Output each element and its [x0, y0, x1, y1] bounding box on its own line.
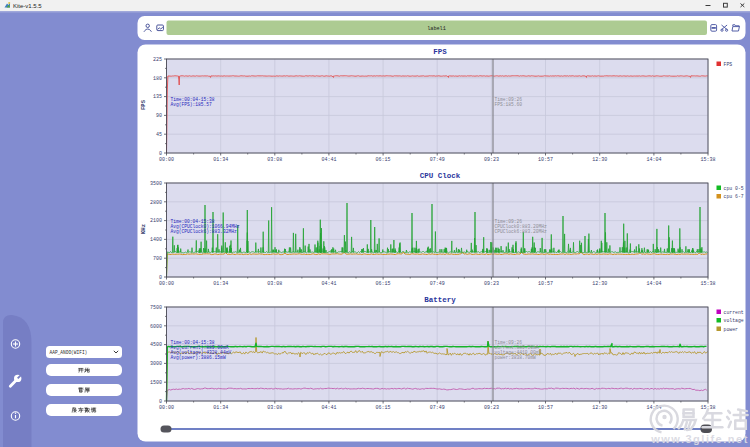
svg-text:03:08: 03:08 [267, 405, 282, 411]
svg-text:AAP_ANOO(WIFI): AAP_ANOO(WIFI) [50, 350, 88, 355]
svg-text:KHz: KHz [140, 224, 147, 234]
svg-text:7500: 7500 [150, 305, 162, 311]
svg-text:Battery: Battery [424, 296, 456, 304]
svg-text:0: 0 [159, 151, 162, 157]
svg-text:2800: 2800 [150, 200, 162, 206]
svg-text:1500: 1500 [150, 380, 162, 386]
svg-text:04:41: 04:41 [321, 157, 336, 163]
svg-text:180: 180 [153, 76, 162, 82]
svg-text:04:41: 04:41 [321, 281, 336, 287]
svg-text:90: 90 [156, 113, 162, 119]
svg-text:0: 0 [159, 275, 162, 281]
svg-text:FPS: FPS [140, 99, 147, 110]
svg-text:15:38: 15:38 [700, 281, 715, 287]
svg-text:135: 135 [153, 94, 162, 100]
svg-text:12:30: 12:30 [592, 405, 607, 411]
svg-text:FPS: FPS [433, 48, 447, 56]
svg-text:Avg(CPUClock6):883.32MHz: Avg(CPUClock6):883.32MHz [171, 229, 237, 234]
svg-text:01:34: 01:34 [213, 157, 228, 163]
svg-text:cpu 0-5: cpu 0-5 [724, 186, 744, 191]
svg-text:03:08: 03:08 [267, 281, 282, 287]
svg-text:07:49: 07:49 [430, 281, 445, 287]
svg-text:700: 700 [153, 256, 162, 262]
svg-text:2100: 2100 [150, 218, 162, 224]
svg-text:225: 225 [153, 57, 162, 63]
svg-text:CPUClock6:883.20MHz: CPUClock6:883.20MHz [495, 229, 548, 234]
svg-text:0: 0 [159, 399, 162, 405]
svg-text:label1: label1 [427, 26, 446, 32]
svg-text:01:34: 01:34 [213, 281, 228, 287]
svg-text:3500: 3500 [150, 181, 162, 187]
svg-text:www.3glife.net: www.3glife.net [650, 433, 749, 445]
svg-text:FPS: FPS [724, 62, 733, 67]
svg-text:07:49: 07:49 [430, 157, 445, 163]
svg-text:12:30: 12:30 [592, 281, 607, 287]
svg-text:06:15: 06:15 [376, 405, 391, 411]
svg-text:09:23: 09:23 [484, 157, 499, 163]
svg-text:10:57: 10:57 [538, 405, 553, 411]
svg-text:voltage: voltage [724, 318, 744, 323]
svg-text:cpu 6-7: cpu 6-7 [724, 194, 744, 199]
svg-text:Kite-v1.5.5: Kite-v1.5.5 [13, 3, 42, 9]
svg-text:00:00: 00:00 [159, 281, 174, 287]
svg-text:03:08: 03:08 [267, 157, 282, 163]
svg-text:Avg(power):3886.15mW: Avg(power):3886.15mW [171, 355, 226, 360]
svg-text:00:00: 00:00 [159, 405, 174, 411]
svg-text:04:41: 04:41 [321, 405, 336, 411]
svg-text:1400: 1400 [150, 237, 162, 243]
svg-text:3000: 3000 [150, 361, 162, 367]
svg-text:FPS:185.60: FPS:185.60 [495, 102, 523, 107]
svg-text:15:38: 15:38 [700, 157, 715, 163]
svg-text:10:57: 10:57 [538, 281, 553, 287]
svg-text:power: power [724, 327, 739, 332]
svg-text:01:34: 01:34 [213, 405, 228, 411]
svg-text:06:15: 06:15 [376, 281, 391, 287]
svg-text:09:23: 09:23 [484, 281, 499, 287]
svg-text:Avg(FPS):185.57: Avg(FPS):185.57 [171, 102, 213, 107]
svg-text:CPU Clock: CPU Clock [420, 172, 461, 180]
svg-text:10:57: 10:57 [538, 157, 553, 163]
svg-text:07:49: 07:49 [430, 405, 445, 411]
svg-text:4500: 4500 [150, 342, 162, 348]
svg-text:09:23: 09:23 [484, 405, 499, 411]
svg-text:14:04: 14:04 [646, 281, 661, 287]
svg-text:14:04: 14:04 [646, 157, 661, 163]
svg-text:power:3838.70mW: power:3838.70mW [495, 355, 537, 360]
svg-text:current: current [724, 310, 744, 315]
svg-text:6000: 6000 [150, 324, 162, 330]
svg-text:00:00: 00:00 [159, 157, 174, 163]
svg-text:45: 45 [156, 132, 162, 138]
svg-text:06:15: 06:15 [376, 157, 391, 163]
svg-text:12:30: 12:30 [592, 157, 607, 163]
